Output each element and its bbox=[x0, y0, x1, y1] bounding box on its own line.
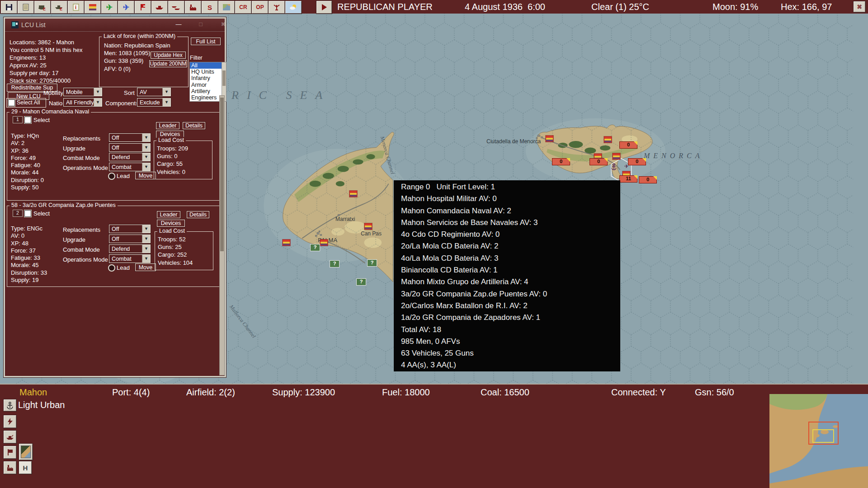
operations-mode-dropdown[interactable]: Combat▼ bbox=[109, 254, 151, 263]
air-display-green-button[interactable]: ✈ bbox=[101, 1, 118, 14]
chevron-down-icon[interactable]: ▼ bbox=[142, 255, 150, 263]
minimap[interactable] bbox=[769, 394, 868, 488]
unit-flag[interactable] bbox=[283, 239, 290, 246]
move-button[interactable]: Move bbox=[135, 263, 156, 271]
combat-report-button[interactable]: CR bbox=[235, 1, 251, 14]
av-counter[interactable]: 0 bbox=[619, 141, 637, 149]
lead-radio[interactable] bbox=[108, 264, 115, 272]
industry-icon[interactable] bbox=[4, 461, 16, 474]
filter-option-hq[interactable]: HQ Units bbox=[190, 69, 226, 75]
nation-dropdown[interactable]: All Friendly▼ bbox=[63, 98, 102, 107]
chevron-down-icon[interactable]: ▼ bbox=[162, 99, 170, 106]
window-scrollbar[interactable] bbox=[219, 95, 225, 375]
ground-editor-button[interactable]: E bbox=[34, 1, 51, 14]
av-counter[interactable]: 0 bbox=[590, 158, 608, 165]
chevron-down-icon[interactable]: ▼ bbox=[94, 88, 102, 96]
chevron-down-icon[interactable]: ▼ bbox=[142, 163, 150, 171]
lead-radio[interactable] bbox=[108, 173, 115, 180]
unit-flag[interactable] bbox=[320, 239, 328, 246]
signal-button[interactable] bbox=[269, 1, 285, 14]
filter-option-all[interactable]: All bbox=[190, 62, 226, 69]
filter-option-armor[interactable]: Armor bbox=[190, 82, 226, 88]
chevron-down-icon[interactable]: ▼ bbox=[142, 153, 150, 161]
operations-button[interactable]: OP bbox=[252, 1, 268, 14]
ship-display-button[interactable] bbox=[151, 1, 168, 14]
chevron-down-icon[interactable]: ▼ bbox=[142, 134, 150, 141]
combat-mode-dropdown[interactable]: Defend▼ bbox=[109, 153, 151, 161]
unit-select-checkbox[interactable] bbox=[24, 117, 31, 123]
pennant-button[interactable] bbox=[135, 1, 151, 14]
select-all-box[interactable]: Select All bbox=[6, 98, 46, 108]
map-button[interactable] bbox=[218, 1, 235, 14]
chevron-down-icon[interactable]: ▼ bbox=[162, 88, 170, 96]
details-button[interactable]: Details bbox=[187, 211, 209, 218]
air-display-blue-button[interactable]: ✈ bbox=[118, 1, 134, 14]
av-value: 11 bbox=[626, 176, 631, 181]
combat-mode-dropdown[interactable]: Defend▼ bbox=[109, 244, 151, 253]
components-dropdown[interactable]: Exclude▼ bbox=[137, 98, 171, 107]
unknown-unit-marker[interactable]: ? bbox=[330, 260, 340, 267]
orders-button[interactable] bbox=[18, 1, 34, 14]
republic-flag-button[interactable] bbox=[85, 1, 101, 14]
chevron-down-icon[interactable]: ▼ bbox=[142, 225, 150, 233]
hex-coords-label: Hex: 166, 97 bbox=[781, 2, 832, 12]
task-force-button[interactable] bbox=[168, 1, 184, 14]
unit-flag[interactable] bbox=[349, 191, 357, 197]
replacements-dropdown[interactable]: Off▼ bbox=[109, 133, 151, 142]
industry-button[interactable] bbox=[185, 1, 201, 14]
minimap-toggle-icon[interactable] bbox=[19, 444, 33, 460]
update-hex-button[interactable]: Update Hex bbox=[151, 52, 186, 59]
naval-editor-button[interactable]: E bbox=[51, 1, 67, 14]
anchor-icon[interactable] bbox=[4, 399, 16, 411]
leader-button[interactable]: Leader bbox=[157, 211, 180, 218]
operations-mode-dropdown[interactable]: Combat▼ bbox=[109, 163, 151, 171]
close-icon[interactable]: ✖ bbox=[854, 1, 865, 12]
unit-flag[interactable] bbox=[546, 136, 553, 142]
unknown-unit-marker[interactable]: ? bbox=[367, 259, 377, 267]
weather-button[interactable] bbox=[285, 1, 302, 14]
filter-option-infantry[interactable]: Infantry bbox=[190, 75, 226, 81]
hq-mode-button[interactable]: H bbox=[19, 461, 32, 474]
details-button[interactable]: Details bbox=[183, 122, 205, 129]
chevron-down-icon[interactable]: ▼ bbox=[142, 245, 150, 253]
window-close-icon[interactable]: ✖ bbox=[219, 21, 228, 28]
filter-option-artillery[interactable]: Artillery bbox=[190, 88, 226, 94]
sort-dropdown[interactable]: AV▼ bbox=[137, 88, 171, 96]
minimize-icon[interactable]: — bbox=[174, 21, 183, 28]
devices-button[interactable]: Devices bbox=[157, 220, 185, 227]
window-titlebar[interactable]: LCU List — □ ✖ bbox=[5, 19, 225, 32]
av-counter[interactable]: 0 bbox=[639, 176, 657, 183]
leader-button[interactable]: Leader bbox=[156, 122, 179, 129]
chevron-down-icon[interactable]: ▼ bbox=[94, 99, 102, 106]
repair-icon[interactable] bbox=[4, 415, 16, 428]
unknown-unit-marker[interactable]: ? bbox=[356, 278, 366, 286]
av-counter-selected[interactable]: 11 bbox=[619, 175, 637, 183]
unit-select-checkbox[interactable] bbox=[24, 210, 31, 217]
unit-flag[interactable] bbox=[364, 223, 372, 230]
unknown-unit-marker[interactable]: ? bbox=[310, 244, 320, 251]
flag-icon[interactable] bbox=[4, 446, 16, 459]
av-counter[interactable]: 0 bbox=[552, 158, 570, 165]
av-counter[interactable]: 0 bbox=[628, 158, 646, 165]
info-button[interactable]: i bbox=[68, 1, 84, 14]
tooltip-line: 4o/La Mola CD Bateria AV: 3 bbox=[401, 253, 620, 264]
mobility-dropdown[interactable]: Mobile▼ bbox=[63, 88, 102, 96]
select-all-checkbox[interactable] bbox=[8, 99, 15, 106]
chevron-down-icon[interactable]: ▼ bbox=[142, 235, 150, 243]
full-list-button[interactable]: Full List bbox=[191, 38, 221, 45]
unit-flag[interactable] bbox=[604, 136, 612, 143]
save-button[interactable] bbox=[1, 1, 17, 14]
maximize-icon[interactable]: □ bbox=[196, 21, 205, 28]
chevron-down-icon[interactable]: ▼ bbox=[142, 144, 150, 151]
tooltip-line: Mahon Comandacia Naval AV: 2 bbox=[401, 205, 620, 217]
group-title: Lack of force (within 200NM) bbox=[102, 33, 177, 39]
move-button[interactable]: Move bbox=[135, 172, 156, 179]
upgrade-dropdown[interactable]: Off▼ bbox=[109, 143, 151, 152]
ship-icon[interactable] bbox=[4, 431, 16, 443]
unit-flag[interactable] bbox=[613, 153, 620, 160]
supply-button[interactable]: S bbox=[202, 1, 218, 14]
upgrade-dropdown[interactable]: Off▼ bbox=[109, 235, 151, 243]
end-turn-button[interactable] bbox=[316, 1, 332, 14]
replacements-dropdown[interactable]: Off▼ bbox=[109, 225, 151, 233]
update-200nm-button[interactable]: Update 200NM bbox=[149, 60, 187, 67]
